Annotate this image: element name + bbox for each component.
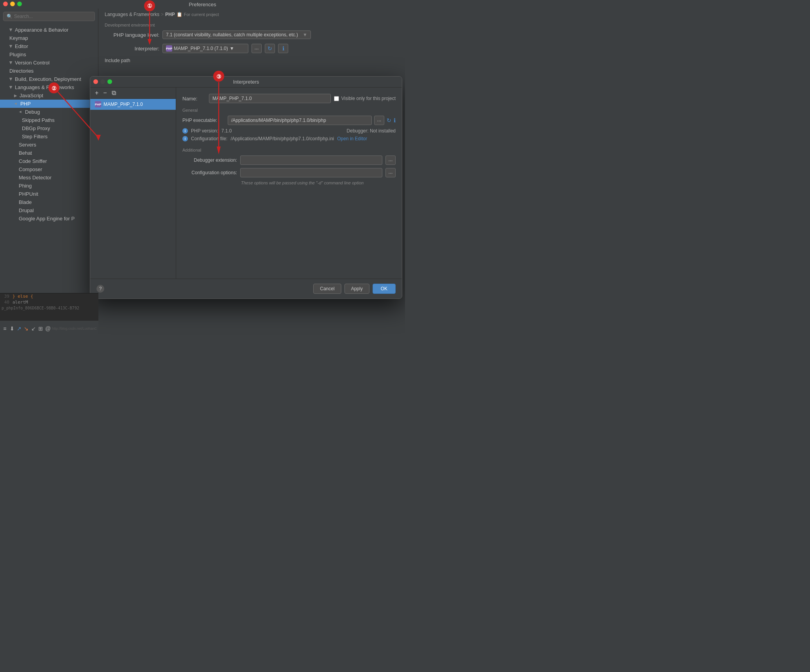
sidebar-item-blade[interactable]: Blade: [0, 198, 98, 206]
php-exe-input[interactable]: [228, 116, 372, 125]
expand-arrow: ▶: [9, 45, 13, 48]
interpreter-refresh-button[interactable]: ↻: [265, 44, 275, 53]
remove-interpreter-button[interactable]: −: [102, 89, 108, 97]
general-section: General: [182, 108, 396, 113]
traffic-lights[interactable]: [3, 2, 22, 6]
php-version-value: 7.1.0: [221, 128, 232, 134]
toolbar-icon-7[interactable]: @: [45, 324, 51, 333]
interpreter-list-item[interactable]: PHP MAMP_PHP_7.1.0: [90, 99, 176, 110]
php-level-select[interactable]: 7.1 (constant visibility, nullables, cat…: [162, 30, 311, 39]
interpreter-value: MAMP_PHP_7.1.0 (7.1.0): [174, 46, 228, 51]
search-input[interactable]: [14, 14, 91, 19]
sidebar-item-dbgp-proxy[interactable]: DBGp Proxy: [0, 124, 98, 132]
sidebar-label: PHP: [20, 101, 31, 107]
breadcrumb-current: PHP: [165, 12, 175, 17]
debugger-status: Debugger: Not installed: [347, 128, 396, 134]
toolbar-icon-4[interactable]: ↘: [23, 324, 29, 333]
exe-info-icon[interactable]: ℹ: [394, 117, 396, 123]
interpreter-dots-button[interactable]: ···: [252, 44, 262, 53]
sidebar-label: Drupal: [19, 207, 34, 213]
toolbar-icon-1[interactable]: ≡: [2, 324, 8, 333]
sidebar-item-editor[interactable]: ▶ Editor: [0, 42, 98, 50]
copy-interpreter-button[interactable]: ⧉: [110, 89, 118, 97]
breadcrumb: Languages & Frameworks > PHP 📋 For curre…: [98, 9, 405, 20]
sidebar-item-debug[interactable]: ▼ Debug: [0, 108, 98, 116]
sidebar-item-languages[interactable]: ▶ Languages & Frameworks: [0, 83, 98, 91]
name-row: Name: Visible only for this project: [182, 94, 396, 103]
sidebar-item-appearance[interactable]: ▶ Appearance & Behavior: [0, 26, 98, 34]
exe-dots-button[interactable]: ···: [374, 116, 384, 125]
sidebar-item-keymap[interactable]: Keymap: [0, 34, 98, 42]
sidebar-item-phpunit[interactable]: PHPUnit: [0, 190, 98, 198]
sidebar-item-code-sniffer[interactable]: Code Sniffer: [0, 157, 98, 165]
sidebar-item-servers[interactable]: Servers: [0, 141, 98, 149]
interpreters-dialog[interactable]: Interpreters + − ⧉ PHP MAMP_PHP_7.1.0: [90, 76, 402, 299]
file-name: p_phpInfo_806D6BCE-98B0-413C-B792: [0, 305, 98, 311]
add-interpreter-button[interactable]: +: [93, 89, 100, 97]
dialog-traffic-lights[interactable]: [93, 79, 112, 84]
expand-arrow: ▶: [9, 29, 13, 32]
php-level-row: PHP language level: 7.1 (constant visibi…: [105, 30, 399, 39]
open-in-editor-link[interactable]: Open in Editor: [337, 136, 367, 141]
toolbar-icon-6[interactable]: ⊞: [37, 324, 44, 333]
ok-button[interactable]: OK: [373, 284, 396, 294]
maximize-button[interactable]: [17, 2, 22, 6]
sidebar-item-drupal[interactable]: Drupal: [0, 206, 98, 214]
sidebar-item-mess-detector[interactable]: Mess Detector: [0, 173, 98, 182]
interpreter-select[interactable]: PHP MAMP_PHP_7.1.0 (7.1.0) ▼: [162, 44, 248, 53]
apply-button[interactable]: Apply: [344, 284, 369, 294]
interpreter-info-button[interactable]: ℹ: [278, 44, 288, 53]
search-box[interactable]: 🔍: [3, 12, 95, 21]
php-icon: PHP: [95, 101, 101, 107]
sidebar-item-version-control[interactable]: ▶ Version Control: [0, 59, 98, 67]
sidebar-label: Google App Engine for P: [19, 216, 75, 222]
dialog-buttons: Cancel Apply OK: [313, 284, 396, 294]
exe-refresh-icon[interactable]: ↻: [387, 117, 391, 123]
config-file-row: i Configuration file: /Applications/MAMP…: [182, 136, 396, 141]
options-note: These options will be passed using the "…: [241, 181, 396, 185]
dialog-help-button[interactable]: ?: [96, 285, 104, 293]
toolbar-icon-5[interactable]: ↙: [30, 324, 37, 333]
debugger-ext-input[interactable]: [240, 155, 382, 165]
dialog-maximize-button[interactable]: [107, 79, 112, 84]
bottom-toolbar: ≡ ⬇ ↗ ↘ ↙ ⊞ @ http://blog.csdn.net/Luoha…: [0, 320, 98, 336]
sidebar-item-plugins[interactable]: Plugins: [0, 50, 98, 59]
toolbar-icon-3[interactable]: ↗: [16, 324, 22, 333]
expand-arrow: ▶: [14, 93, 17, 98]
sidebar-label: Phing: [19, 183, 32, 189]
interpreter-list: PHP MAMP_PHP_7.1.0: [90, 99, 176, 279]
name-input[interactable]: [209, 94, 331, 103]
debugger-ext-dots-button[interactable]: ···: [385, 155, 396, 165]
dialog-left-panel: + − ⧉ PHP MAMP_PHP_7.1.0: [90, 88, 176, 279]
sidebar-item-build[interactable]: ▶ Build, Execution, Deployment: [0, 75, 98, 83]
visible-only-label: Visible only for this project: [341, 96, 396, 101]
close-button[interactable]: [3, 2, 8, 6]
dialog-left-toolbar: + − ⧉: [90, 88, 176, 99]
project-icon: 📋: [177, 12, 182, 17]
config-options-dots-button[interactable]: ···: [385, 168, 396, 177]
cancel-button[interactable]: Cancel: [313, 284, 341, 294]
dialog-close-button[interactable]: [93, 79, 98, 84]
minimize-button[interactable]: [10, 2, 15, 6]
visible-only-checkbox[interactable]: [334, 96, 339, 101]
sidebar-item-phing[interactable]: Phing: [0, 182, 98, 190]
sidebar-item-behat[interactable]: Behat: [0, 149, 98, 157]
sidebar-item-directories[interactable]: Directories: [0, 67, 98, 75]
info-icon: i: [182, 128, 188, 134]
php-version-label: PHP version:: [191, 128, 218, 134]
dialog-minimize-button[interactable]: [100, 79, 105, 84]
config-options-input[interactable]: [240, 168, 382, 177]
sidebar-label: Code Sniffer: [19, 158, 47, 164]
sidebar-label: Step Filters: [22, 134, 48, 139]
sidebar-item-javascript[interactable]: ▶ JavaScript: [0, 91, 98, 100]
toolbar-icon-2[interactable]: ⬇: [9, 324, 15, 333]
line-number: 40: [2, 300, 9, 305]
sidebar-label: Composer: [19, 166, 42, 172]
sidebar-label: Behat: [19, 150, 32, 156]
sidebar-item-php[interactable]: ▼ PHP: [0, 100, 98, 108]
sidebar-item-composer[interactable]: Composer: [0, 165, 98, 173]
sidebar-item-skipped-paths[interactable]: Skipped Paths: [0, 116, 98, 124]
sidebar-item-step-filters[interactable]: Step Filters: [0, 132, 98, 141]
expand-arrow: ▶: [9, 78, 13, 81]
sidebar-item-google-app-engine[interactable]: Google App Engine for P: [0, 214, 98, 223]
